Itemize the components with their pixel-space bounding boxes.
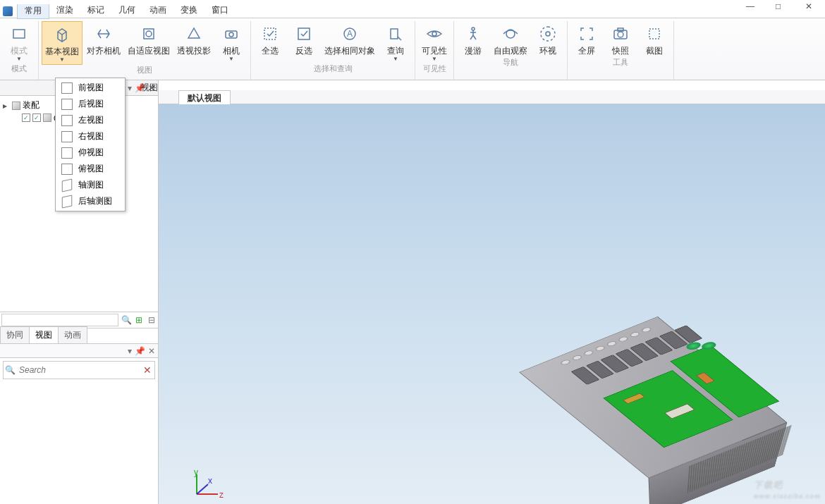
panel2-header: ▾ 📌 ✕ [0,344,158,358]
menu-渲染[interactable]: 渲染 [49,3,80,19]
tree-label: 装配 [23,99,39,111]
view-option-icon [62,195,72,208]
ribbon-可见性-button[interactable]: 可见性▼ [418,21,451,63]
ribbon-自由观察-button[interactable]: 自由观察 [491,21,530,57]
ribbon-label: 快照 [612,47,629,56]
ribbon-相机-button[interactable]: 相机▼ [215,21,248,63]
ribbon-全选-button[interactable]: 全选 [254,21,286,57]
view-option-icon [61,115,73,126]
ribbon-group-label: 选择和查询 [314,63,353,75]
menu-常用[interactable]: 常用 [17,3,49,19]
tree-checkbox[interactable]: ✓ [22,113,30,122]
ribbon-基本视图-button[interactable]: 基本视图▼ [42,21,82,65]
view-option-轴测图[interactable]: 轴测图 [57,177,123,193]
ribbon-快照-button[interactable]: 快照 [604,21,637,57]
ribbon-label: 相机 [223,47,240,56]
basic-view-dropdown: 前视图后视图左视图右视图仰视图俯视图轴测图后轴测图 [55,78,126,211]
view-option-icon [61,164,73,175]
svg-rect-9 [391,29,398,39]
ribbon-模式-button[interactable]: 模式▼ [3,21,35,63]
panel-tabs: 协同视图动画 [0,328,158,344]
ribbon-label: 查询 [387,47,404,56]
panel2-close-icon[interactable]: ✕ [148,346,155,356]
view-option-俯视图[interactable]: 俯视图 [57,161,123,177]
chevron-down-icon: ▼ [432,56,437,62]
view-option-icon [61,82,73,94]
menubar: 常用渲染标记几何动画变换窗口 [0,4,825,18]
selsame-icon: A [338,23,361,45]
minimize-button[interactable]: — [746,1,754,10]
svg-text:A: A [347,29,353,39]
search-input[interactable] [16,362,140,378]
tree-search-input[interactable] [1,314,118,326]
watermark: 下载吧 www.xiazaiba.com [754,470,821,500]
panel-header-peek: 视图 [141,82,158,94]
walk-icon [462,23,484,45]
ribbon-label: 全选 [262,47,279,56]
tab-协同[interactable]: 协同 [0,326,30,343]
ribbon-label: 对齐相机 [87,47,121,56]
ribbon-对齐相机-button[interactable]: 对齐相机 [84,21,123,57]
ribbon-group-label: 视图 [137,65,152,77]
ribbon-反选-button[interactable]: 反选 [288,21,320,57]
axis-triad: y x z [187,470,229,498]
tab-动画[interactable]: 动画 [58,326,87,343]
inspect-icon [384,23,407,45]
ribbon-漫游-button[interactable]: 漫游 [457,21,489,57]
viewport-tab[interactable]: 默认视图 [178,90,231,104]
menu-几何[interactable]: 几何 [111,3,142,19]
tree-checkbox[interactable]: ✓ [32,113,41,122]
svg-point-10 [432,32,436,36]
view-option-右视图[interactable]: 右视图 [57,128,123,145]
camera-icon [220,23,243,45]
axis-x-label: x [208,476,212,486]
view-option-前视图[interactable]: 前视图 [57,80,123,96]
svg-rect-6 [298,28,310,39]
clear-search-icon[interactable]: ✕ [140,364,154,376]
cube-icon [43,113,51,122]
ribbon: 模式▼模式基本视图▼对齐相机自适应视图透视投影相机▼视图全选反选A选择相同对象查… [0,18,825,80]
view-option-左视图[interactable]: 左视图 [57,112,123,128]
collapse-icon[interactable]: ⊟ [145,315,158,325]
view-option-仰视图[interactable]: 仰视图 [57,145,123,161]
fullscreen-icon [575,23,598,45]
close-button[interactable]: ✕ [805,1,814,10]
panel2-menu-arrow[interactable]: ▾ [128,346,132,356]
ribbon-label: 漫游 [465,47,482,56]
maximize-button[interactable]: □ [776,1,784,10]
view-option-后视图[interactable]: 后视图 [57,96,123,112]
panel-menu-arrow[interactable]: ▾ [128,83,132,93]
ribbon-label: 基本视图 [45,47,79,56]
view-option-后轴测图[interactable]: 后轴测图 [57,193,123,209]
cube-icon [51,23,73,46]
ribbon-选择相同对象-button[interactable]: A选择相同对象 [322,21,378,57]
persp-icon [183,23,205,45]
selall-icon [259,23,281,45]
view-option-label: 后轴测图 [78,195,112,207]
pin2-icon[interactable]: 📌 [135,346,145,356]
menu-动画[interactable]: 动画 [142,3,173,19]
ribbon-label: 全屏 [578,47,595,56]
ribbon-全屏-button[interactable]: 全屏 [570,21,603,57]
menu-变换[interactable]: 变换 [173,3,204,19]
menu-窗口[interactable]: 窗口 [204,3,236,19]
tab-视图[interactable]: 视图 [29,326,59,343]
ribbon-截图-button[interactable]: 截图 [638,21,671,57]
ribbon-环视-button[interactable]: 环视 [532,21,564,57]
svg-rect-5 [264,28,276,39]
search-icon[interactable]: 🔍 [120,315,133,325]
chevron-down-icon: ▼ [228,56,234,62]
ribbon-label: 反选 [295,47,312,56]
menu-标记[interactable]: 标记 [80,3,111,19]
ribbon-透视投影-button[interactable]: 透视投影 [174,21,214,57]
viewport-3d[interactable]: y x z 下载吧 www.xiazaiba.com [159,104,825,504]
axis-y-label: y [194,467,198,477]
view-option-label: 仰视图 [78,147,104,159]
tree-toggle-icon[interactable]: ▸ [3,101,10,111]
svg-rect-1 [144,29,154,39]
ribbon-group-label: 模式 [11,63,27,75]
expand-icon[interactable]: ⊞ [133,315,145,325]
ribbon-查询-button[interactable]: 查询▼ [379,21,412,63]
ribbon-自适应视图-button[interactable]: 自适应视图 [125,21,173,57]
svg-point-2 [146,31,152,37]
